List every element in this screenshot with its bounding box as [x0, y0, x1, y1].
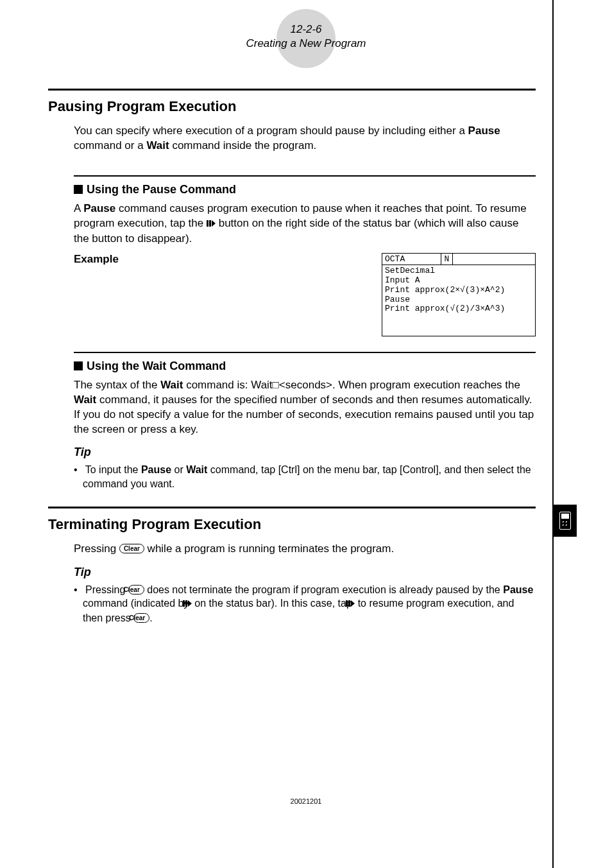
text-fragment: A — [74, 202, 83, 214]
text-fragment: You can specify where execution of a pro… — [74, 125, 468, 137]
screenshot-code: SetDecimal Input A Print approx(2×√(3)×A… — [382, 265, 535, 336]
page-right-rule — [552, 0, 554, 868]
svg-rect-7 — [348, 600, 350, 607]
clear-key-icon: Clear — [119, 544, 144, 553]
code-line: Pause — [385, 295, 410, 304]
subhead-text: Using the Wait Command — [87, 360, 226, 372]
tip-item: Pressing Clear does not terminate the pr… — [74, 583, 536, 625]
rule-sub-2 — [74, 352, 536, 353]
text-bold-pause: Pause — [83, 202, 115, 214]
svg-rect-6 — [346, 600, 348, 607]
svg-rect-4 — [185, 600, 187, 607]
pause-cmd-para: A Pause command causes program execution… — [74, 202, 536, 247]
screenshot-title: OCTA — [382, 254, 441, 265]
tip-item: To input the Pause or Wait command, tap … — [74, 463, 536, 490]
resume-icon — [207, 217, 216, 232]
square-bullet-icon — [74, 185, 83, 194]
text-bold-wait: Wait — [186, 464, 207, 475]
text-fragment: command, it pauses for the specified num… — [74, 394, 534, 435]
screenshot-mode: N — [441, 254, 453, 265]
rule-sub-1 — [74, 175, 536, 177]
side-tab[interactable] — [554, 505, 577, 537]
clear-key-icon: Clear — [133, 613, 149, 623]
svg-rect-0 — [207, 220, 208, 227]
text-fragment: does not terminate the program if progra… — [144, 584, 503, 595]
code-line: Input A — [385, 275, 420, 285]
text-bold-pause: Pause — [503, 584, 533, 595]
screenshot-title-rest — [453, 254, 535, 265]
svg-rect-1 — [209, 220, 211, 227]
text-fragment: command is: Wait□<seconds>. When program… — [183, 379, 520, 391]
page-title: Creating a New Program — [0, 37, 612, 51]
text-fragment: command (indicated by — [83, 598, 192, 609]
text-fragment: command or a — [74, 139, 146, 152]
text-fragment: while a program is running terminates th… — [144, 542, 394, 555]
heading-pausing: Pausing Program Execution — [48, 98, 536, 115]
text-bold-wait: Wait — [160, 379, 183, 391]
calculator-icon — [559, 512, 571, 530]
heading-terminating: Terminating Program Execution — [48, 516, 536, 533]
text-fragment: Pressing — [74, 542, 119, 555]
tip-label: Tip — [74, 446, 536, 459]
rule-top-1 — [48, 89, 536, 91]
text-fragment: Pressing — [85, 584, 128, 595]
page-header: 12-2-6 Creating a New Program — [0, 0, 612, 51]
code-line: Print approx(√(2)/3×A^3) — [385, 304, 505, 313]
wait-cmd-para: The syntax of the Wait command is: Wait□… — [74, 378, 536, 437]
footer-code: 20021201 — [0, 797, 612, 805]
text-bold-wait: Wait — [74, 394, 96, 406]
clear-key-icon: Clear — [128, 585, 144, 595]
code-line: SetDecimal — [385, 266, 435, 275]
text-fragment: on the status bar). In this case, tap — [192, 598, 355, 609]
calculator-screenshot: OCTA N SetDecimal Input A Print approx(2… — [382, 253, 536, 336]
text-bold-pause: Pause — [468, 125, 500, 137]
text-fragment: . — [149, 612, 152, 623]
text-fragment: command inside the program. — [169, 139, 317, 152]
page-ref: 12-2-6 — [0, 22, 612, 37]
svg-rect-3 — [183, 600, 185, 607]
subhead-pause-cmd: Using the Pause Command — [74, 183, 536, 196]
rule-top-2 — [48, 507, 536, 508]
pausing-intro: You can specify where execution of a pro… — [74, 124, 536, 153]
terminating-para: Pressing Clear while a program is runnin… — [74, 542, 536, 557]
text-bold-wait: Wait — [146, 139, 169, 152]
square-bullet-icon — [74, 361, 83, 370]
example-label: Example — [74, 253, 119, 266]
subhead-wait-cmd: Using the Wait Command — [74, 360, 536, 373]
text-bold-pause: Pause — [141, 464, 171, 475]
text-fragment: To input the — [85, 464, 141, 475]
text-fragment: The syntax of the — [74, 379, 160, 391]
text-fragment: or — [171, 464, 186, 475]
code-line: Print approx(2×√(3)×A^2) — [385, 285, 505, 295]
screenshot-titlebar: OCTA N — [382, 254, 535, 265]
tip-label: Tip — [74, 566, 536, 579]
subhead-text: Using the Pause Command — [87, 183, 236, 196]
